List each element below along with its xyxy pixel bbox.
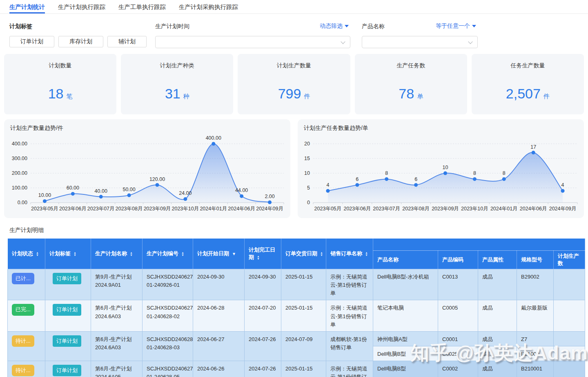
- data-point-label: 4: [326, 182, 329, 188]
- end-date-cell: 2024-07-26: [245, 331, 281, 361]
- table-row: 已完...订单计划第6月-生产计划 2024.6A03SCJHXSDD24062…: [8, 300, 585, 331]
- plan-qty-cell: [554, 346, 585, 361]
- product-spec-cell: Z7: [517, 331, 554, 346]
- plan-qty-cell: [554, 331, 585, 346]
- card-title: 计划数量: [4, 62, 116, 69]
- product-code-cell: C0013: [438, 269, 478, 300]
- tag-cell: 订单计划: [45, 331, 91, 361]
- data-point[interactable]: [502, 177, 506, 181]
- svg-text:0.00: 0.00: [18, 200, 27, 205]
- svg-text:15: 15: [304, 156, 310, 161]
- svg-text:100.00: 100.00: [12, 185, 27, 191]
- data-point-label: 50.00: [122, 187, 135, 192]
- column-header-product-attr[interactable]: 产品属性: [478, 251, 517, 269]
- data-point[interactable]: [212, 142, 215, 146]
- card-value: 799: [278, 86, 301, 102]
- card-task-count: 生产任务数 78单: [355, 54, 467, 114]
- production-qty-trend-chart[interactable]: 0.00100.00200.00300.00400.002023年05月2023…: [4, 132, 290, 216]
- data-point[interactable]: [326, 189, 330, 193]
- data-point[interactable]: [355, 183, 359, 187]
- data-point[interactable]: [561, 189, 565, 193]
- tab-plan-execution-tracking[interactable]: 生产计划执行跟踪: [58, 0, 105, 13]
- tag-cell: 订单计划: [45, 269, 91, 300]
- dynamic-filter-link[interactable]: 动态筛选: [320, 22, 349, 30]
- data-point[interactable]: [43, 199, 47, 203]
- data-point[interactable]: [414, 183, 418, 187]
- svg-text:2023年06月: 2023年06月: [59, 206, 87, 212]
- product-name-cell: Dell电脑B型: [373, 346, 438, 361]
- card-title: 计划生产数量: [238, 62, 350, 69]
- tag-badge: 订单计划: [53, 273, 81, 284]
- column-header-status[interactable]: 计划状态▲▼: [8, 239, 45, 269]
- column-header-delivery-date[interactable]: 订单交货日期▲▼: [281, 239, 326, 269]
- data-point[interactable]: [385, 177, 388, 181]
- svg-text:2024年09月: 2024年09月: [256, 206, 283, 212]
- column-header-start-date[interactable]: 计划开始日期▼: [193, 239, 245, 269]
- plan-time-select[interactable]: [155, 36, 350, 48]
- svg-text:2023年07月: 2023年07月: [87, 206, 115, 212]
- data-point[interactable]: [473, 177, 477, 181]
- product-name-select[interactable]: [362, 36, 478, 48]
- card-value: 18: [48, 86, 64, 102]
- column-header-tag[interactable]: 计划标签▲▼: [45, 239, 91, 269]
- plan-code-cell: SCJHXSDD240627-01-240926-01: [143, 269, 193, 300]
- column-header-plan-qty[interactable]: 计划生产数: [554, 251, 585, 269]
- column-header-plan-code[interactable]: 生产计划编号▲▼: [143, 239, 193, 269]
- column-header-product-name[interactable]: 产品名称: [373, 251, 438, 269]
- svg-text:2024年06月: 2024年06月: [228, 206, 255, 212]
- svg-text:2023年07月: 2023年07月: [373, 206, 400, 212]
- column-header-plan-name[interactable]: 生产计划名称▲▼: [91, 239, 143, 269]
- tag-option-order-plan[interactable]: 订单计划: [9, 36, 54, 47]
- data-point[interactable]: [183, 197, 187, 201]
- tag-option-stock-plan[interactable]: 库存计划: [58, 36, 103, 47]
- task-qty-trend-chart[interactable]: 051015202023年05月2023年06月2023年07月2023年08月…: [298, 132, 584, 216]
- delivery-date-cell: 2025-01-15: [281, 361, 326, 377]
- card-task-production-qty: 任务生产数量 2,507件: [472, 54, 584, 114]
- data-point[interactable]: [268, 201, 272, 204]
- stat-cards: 计划数量 18笔 计划生产种类 31种 计划生产数量 799件 生产任务数 78…: [4, 54, 584, 114]
- trend-charts: 计划生产数量趋势/件 0.00100.00200.00300.00400.002…: [4, 119, 584, 218]
- data-point[interactable]: [156, 183, 159, 187]
- tab-plan-statistics[interactable]: 生产计划统计: [9, 0, 45, 13]
- product-attr-cell: 成品: [478, 300, 517, 331]
- plan-code-cell: SCJHXSDD240627-01-240628-02: [143, 300, 193, 331]
- table-title: 生产计划明细: [9, 227, 588, 234]
- card-value: 78: [399, 86, 414, 102]
- product-code-cell: C0002: [438, 361, 478, 377]
- svg-text:2023年05月: 2023年05月: [314, 206, 342, 212]
- card-unit: 件: [304, 93, 310, 100]
- plan-code-cell: SCJHXSDD240628-01-240628-03: [143, 331, 193, 361]
- svg-text:2024年01月: 2024年01月: [490, 206, 518, 212]
- column-header-end-date[interactable]: 计划完工日期▲▼: [245, 239, 281, 269]
- card-plan-product-kinds: 计划生产种类 31种: [121, 54, 233, 114]
- chart-title: 计划生产任务数量趋势/单: [298, 119, 584, 132]
- card-unit: 种: [183, 93, 189, 100]
- data-point[interactable]: [127, 194, 131, 197]
- delivery-date-cell: 2025-01-15: [281, 269, 326, 300]
- chart-panel-task-qty-trend: 计划生产任务数量趋势/单 051015202023年05月2023年06月202…: [298, 119, 584, 218]
- card-unit: 笔: [67, 93, 73, 100]
- status-badge: 已完...: [12, 304, 34, 315]
- column-header-product-spec[interactable]: 规格型号: [517, 251, 554, 269]
- card-unit: 单: [417, 93, 423, 100]
- tab-plan-purchase-tracking[interactable]: 生产计划采购执行跟踪: [179, 0, 238, 13]
- product-group-header: [373, 239, 585, 251]
- card-value: 2,507: [506, 86, 541, 102]
- data-point[interactable]: [99, 195, 103, 199]
- column-header-product-code[interactable]: 产品编码: [438, 251, 478, 269]
- data-point-label: 120.00: [149, 176, 165, 182]
- delivery-date-cell: 2025-01-15: [281, 300, 326, 331]
- status-badge: 待计...: [12, 365, 34, 376]
- tab-workorder-execution-tracking[interactable]: 生产工单执行跟踪: [118, 0, 166, 13]
- tag-option-aux-plan[interactable]: 辅计划: [107, 36, 147, 47]
- column-header-order-name[interactable]: 销售订单名称▲▼: [326, 239, 373, 269]
- data-point[interactable]: [71, 192, 75, 196]
- table-row: 待计...订单计划第6月-生产计划 2024.6A05SCJHXSDD24062…: [8, 361, 585, 377]
- order-name-cell: 示例：无锡简道云-第1份销售订单: [326, 361, 373, 377]
- status-cell: 已计...: [8, 269, 45, 300]
- data-point[interactable]: [532, 151, 535, 154]
- data-point[interactable]: [443, 172, 447, 175]
- tag-badge: 订单计划: [53, 365, 81, 376]
- equals-any-link[interactable]: 等于任意一个: [436, 22, 476, 30]
- data-point[interactable]: [240, 194, 243, 198]
